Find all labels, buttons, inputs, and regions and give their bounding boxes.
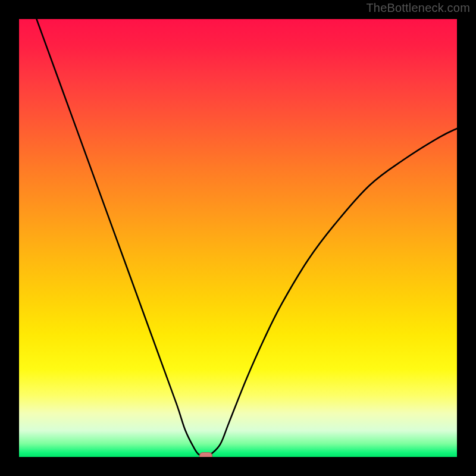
- watermark-text: TheBottleneck.com: [366, 1, 470, 15]
- plot-area: [19, 19, 457, 457]
- bottleneck-curve: [36, 19, 457, 456]
- minimum-marker: [199, 452, 212, 457]
- chart-container: TheBottleneck.com: [0, 0, 476, 476]
- curve-svg: [19, 19, 457, 457]
